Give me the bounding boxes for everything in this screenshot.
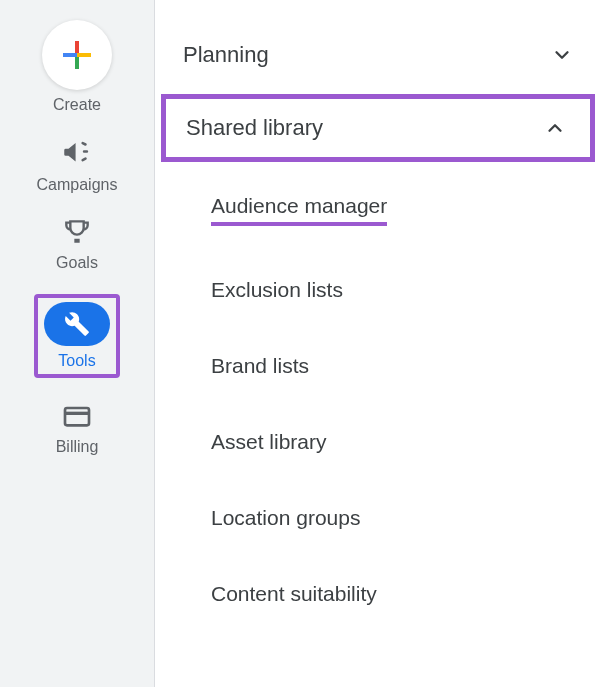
create-label: Create [53, 96, 101, 114]
billing-label: Billing [56, 438, 99, 456]
planning-menu-item[interactable]: Planning [155, 22, 603, 88]
exclusion-lists-label: Exclusion lists [211, 278, 343, 301]
credit-card-icon [61, 400, 93, 432]
location-groups-item[interactable]: Location groups [155, 480, 603, 556]
content-suitability-item[interactable]: Content suitability [155, 556, 603, 632]
goals-nav-item[interactable]: Goals [0, 216, 154, 272]
planning-label: Planning [183, 42, 269, 68]
exclusion-lists-item[interactable]: Exclusion lists [155, 252, 603, 328]
brand-lists-item[interactable]: Brand lists [155, 328, 603, 404]
shared-library-subitems: Audience manager Exclusion lists Brand l… [155, 168, 603, 632]
svg-rect-0 [75, 41, 79, 55]
svg-rect-1 [75, 55, 79, 69]
shared-library-menu-item[interactable]: Shared library [166, 99, 590, 157]
audience-manager-item[interactable]: Audience manager [155, 168, 603, 252]
main-panel: Planning Shared library Audience manager… [155, 0, 603, 687]
plus-icon [61, 39, 93, 71]
tools-label: Tools [58, 352, 95, 370]
megaphone-icon [60, 136, 94, 170]
audience-manager-label: Audience manager [211, 194, 387, 226]
shared-library-label: Shared library [186, 115, 323, 141]
create-nav-item[interactable]: Create [0, 20, 154, 114]
trophy-icon [61, 216, 93, 248]
tools-nav-item[interactable]: Tools [44, 302, 110, 370]
sidebar: Create Campaigns Goals [0, 0, 155, 687]
chevron-up-icon [544, 117, 566, 139]
campaigns-label: Campaigns [37, 176, 118, 194]
wrench-icon [64, 311, 90, 337]
content-suitability-label: Content suitability [211, 582, 377, 605]
billing-nav-item[interactable]: Billing [0, 400, 154, 456]
shared-library-highlight: Shared library [161, 94, 595, 162]
campaigns-nav-item[interactable]: Campaigns [0, 136, 154, 194]
svg-rect-4 [65, 408, 89, 425]
goals-label: Goals [56, 254, 98, 272]
svg-rect-2 [63, 53, 77, 57]
asset-library-label: Asset library [211, 430, 327, 453]
location-groups-label: Location groups [211, 506, 360, 529]
brand-lists-label: Brand lists [211, 354, 309, 377]
svg-rect-3 [77, 53, 91, 57]
chevron-down-icon [551, 44, 573, 66]
tools-highlight: Tools [34, 294, 120, 378]
asset-library-item[interactable]: Asset library [155, 404, 603, 480]
create-button[interactable] [42, 20, 112, 90]
tools-icon-pill [44, 302, 110, 346]
